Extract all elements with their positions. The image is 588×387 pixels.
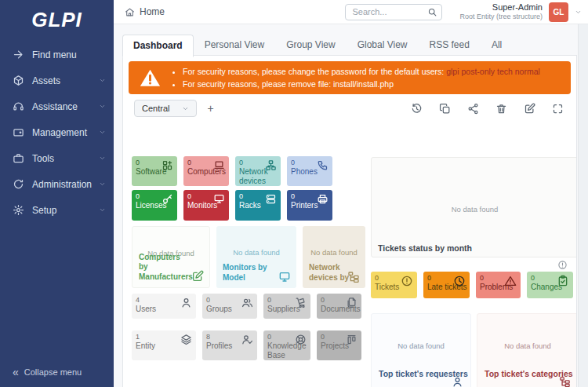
tab-rss-feed[interactable]: RSS feed	[419, 34, 481, 57]
warning-line-1: For security reasons, please change the …	[183, 65, 540, 78]
counter-card-changes[interactable]: 0 Changes	[527, 272, 573, 298]
alert-circle-icon	[401, 275, 413, 287]
sidebar-item-find-menu[interactable]: Find menu	[0, 42, 114, 68]
counter-card-knowledge-base[interactable]: 0 Knowledge Base	[263, 330, 310, 360]
warning-line-2: For security reasons, please remove file…	[183, 78, 540, 90]
edit-icon	[191, 270, 204, 283]
trash-icon[interactable]	[495, 103, 507, 115]
no-data-text: No data found	[477, 341, 577, 350]
widget-title: Network devices by	[309, 263, 351, 283]
widget-network-devices-by-type[interactable]: No data found Network devices by	[303, 226, 365, 288]
sidebar-item-label: Management	[32, 127, 87, 138]
counter-card-phones[interactable]: 0 Phones	[287, 156, 332, 186]
counter-card-late-tickets[interactable]: 0 Late tickets	[423, 272, 470, 298]
share-icon[interactable]	[467, 103, 479, 115]
arrow-right-icon	[13, 49, 24, 60]
copy-icon[interactable]	[439, 103, 451, 115]
security-warning-banner: For security reasons, please change the …	[129, 61, 571, 94]
sidebar-item-label: Setup	[32, 205, 56, 216]
stat-counters-row-1: 4 Users 0 Groups 0 Supplie	[132, 294, 368, 319]
sidebar-item-setup[interactable]: Setup	[0, 197, 114, 223]
chevron-down-icon	[99, 206, 106, 214]
counter-card-network-devices[interactable]: 0 Network devices	[235, 156, 281, 186]
chevron-down-icon	[575, 9, 582, 16]
widget-title: Computers by Manufacturers	[139, 253, 191, 283]
sidebar-item-label: Assistance	[32, 101, 78, 112]
tab-all[interactable]: All	[481, 34, 513, 57]
tab-dashboard[interactable]: Dashboard	[122, 35, 194, 57]
dashboard-grid: 0 Software 0 Computers 0 N	[132, 156, 576, 387]
counter-card-licenses[interactable]: 0 Licenses	[132, 190, 177, 221]
counter-card-racks[interactable]: 0 Racks	[235, 190, 281, 221]
counter-card-projects[interactable]: 0 Projects	[317, 330, 361, 360]
counter-card-tickets[interactable]: 0 Tickets	[371, 272, 417, 298]
tree-icon	[559, 376, 571, 387]
tab-personal-view[interactable]: Personal View	[194, 34, 276, 57]
network-icon	[265, 159, 277, 171]
sidebar-item-management[interactable]: Management	[0, 119, 114, 145]
user-icon	[452, 376, 463, 387]
tab-global-view[interactable]: Global View	[347, 34, 419, 57]
clipboard-check-icon	[557, 275, 569, 287]
counter-card-monitors[interactable]: 0 Monitors	[183, 190, 229, 221]
history-icon[interactable]	[411, 103, 423, 115]
chevrons-left-icon: «	[13, 367, 19, 378]
default-users-link[interactable]: glpi post-only tech normal	[446, 67, 540, 76]
content-area: Dashboard Personal View Group View Globa…	[114, 24, 588, 387]
breadcrumb-home-label: Home	[140, 6, 165, 17]
files-icon	[346, 297, 358, 309]
widget-computers-by-manufacturers[interactable]: No data found Computers by Manufacturers	[132, 226, 210, 288]
counter-card-documents[interactable]: 0 Documents	[317, 294, 361, 319]
counter-card-problems[interactable]: 0 Problems	[476, 272, 521, 298]
chart-widgets-row: No data found Computers by Manufacturers…	[132, 226, 368, 288]
lifebuoy-icon	[295, 334, 307, 345]
widget-monitors-by-model[interactable]: No data found Monitors by Model	[216, 226, 296, 288]
avatar[interactable]: GL	[549, 2, 568, 22]
alert-circle-icon[interactable]	[557, 260, 568, 270]
tab-group-view[interactable]: Group View	[275, 34, 346, 57]
server-icon	[265, 193, 277, 205]
scrollbar-track[interactable]	[578, 24, 588, 387]
no-data-text: No data found	[216, 248, 296, 257]
sidebar-item-assistance[interactable]: Assistance	[0, 93, 114, 119]
maximize-icon[interactable]	[552, 103, 564, 115]
dashboard-select[interactable]: Central	[134, 100, 197, 117]
counter-card-suppliers[interactable]: 0 Suppliers	[263, 294, 310, 319]
dashboard-left-column: 0 Software 0 Computers 0 N	[132, 156, 368, 360]
monitor-icon	[278, 271, 291, 283]
search-icon[interactable]	[427, 7, 437, 17]
sidebar-item-administration[interactable]: Administration	[0, 171, 114, 197]
home-icon	[125, 7, 135, 17]
edit-icon[interactable]	[524, 103, 535, 115]
key-icon	[162, 193, 173, 205]
chevron-down-icon	[99, 129, 106, 136]
counter-card-users[interactable]: 4 Users	[132, 294, 196, 319]
breadcrumb[interactable]: Home	[125, 6, 165, 17]
collapse-menu-button[interactable]: « Collapse menu	[13, 367, 82, 378]
widget-tickets-status-by-month[interactable]: No data found Tickets status by month	[371, 157, 577, 257]
kanban-icon	[346, 334, 358, 345]
counter-card-profiles[interactable]: 8 Profiles	[202, 330, 257, 360]
widget-top-ticket-requesters[interactable]: No data found Top ticket's requesters	[371, 313, 471, 387]
warning-triangle-icon	[504, 275, 517, 287]
widget-top-ticket-categories[interactable]: No data found Top ticket's categories	[477, 313, 577, 387]
sidebar: GLPI Find menu Assets Assistance Managem…	[0, 0, 114, 387]
monitor-icon	[213, 193, 225, 205]
no-data-text: No data found	[372, 205, 577, 214]
counter-card-computers[interactable]: 0 Computers	[183, 156, 229, 186]
ticket-counters-row: 0 Tickets 0 Late tickets 0	[371, 272, 577, 298]
counter-card-software[interactable]: 0 Software	[132, 156, 177, 186]
counter-card-printers[interactable]: 0 Printers	[287, 190, 332, 221]
counter-card-entity[interactable]: 1 Entity	[132, 330, 196, 360]
add-dashboard-button[interactable]: +	[207, 103, 213, 114]
chevron-down-icon	[99, 103, 106, 110]
no-data-text: No data found	[372, 341, 470, 350]
counter-card-groups[interactable]: 0 Groups	[202, 294, 257, 319]
top-bar: Home Super-Admin Root Entity (tree struc…	[114, 0, 588, 24]
dashboard-select-value: Central	[142, 104, 169, 113]
gear-icon	[13, 204, 24, 216]
sidebar-item-tools[interactable]: Tools	[0, 145, 114, 171]
user-menu[interactable]: Super-Admin Root Entity (tree structure)…	[459, 2, 582, 22]
collapse-menu-label: Collapse menu	[24, 367, 82, 377]
sidebar-item-assets[interactable]: Assets	[0, 68, 114, 93]
